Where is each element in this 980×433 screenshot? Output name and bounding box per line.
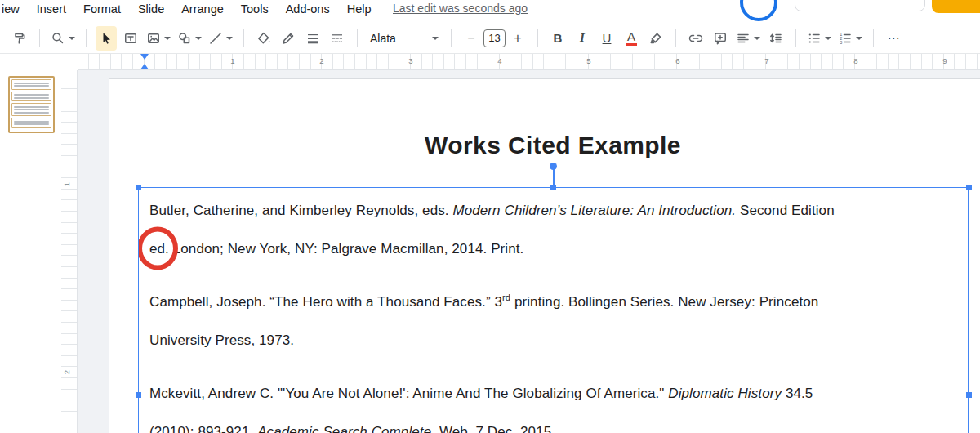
citation-segment: . Web. 7 Dec. 2015. <box>431 424 555 433</box>
font-family-select[interactable]: Alata <box>367 26 442 51</box>
add-comment-button[interactable] <box>710 26 731 51</box>
add-comment-icon <box>713 31 728 46</box>
border-color-icon <box>281 31 296 46</box>
toolbar-separator <box>451 29 452 47</box>
bulleted-list-button[interactable] <box>805 26 833 51</box>
menu-item-arrange[interactable]: Arrange <box>181 2 224 16</box>
image-icon <box>146 31 161 46</box>
citation-entry[interactable]: Butler, Catherine, and Kimberley Reynold… <box>149 191 957 268</box>
highlight-color-button[interactable] <box>645 26 666 51</box>
decrease-font-size-button[interactable]: − <box>461 26 482 51</box>
underline-button[interactable]: U <box>596 26 617 51</box>
ruler-number: 7 <box>764 56 768 65</box>
vertical-ruler[interactable]: 12 <box>61 70 78 433</box>
menu-item-insert[interactable]: Insert <box>37 2 66 16</box>
citation-segment: Modern Children’s Literature: An Introdu… <box>452 203 736 218</box>
citation-segment: Second Edition <box>736 203 835 218</box>
ruler-number: 5 <box>586 56 590 65</box>
zoom-button[interactable] <box>49 26 77 51</box>
insert-line-button[interactable] <box>207 26 234 51</box>
thumbnail-text-box <box>11 79 51 90</box>
citation-segment: London; New York, NY: Palgrave Macmillan… <box>169 241 524 257</box>
chevron-down-icon <box>195 37 202 40</box>
citation-segment: (2010): 893-921. <box>149 424 257 433</box>
chevron-down-icon <box>856 37 862 40</box>
top-right-button[interactable] <box>795 0 925 11</box>
select-tool-button[interactable] <box>96 26 117 51</box>
align-button[interactable] <box>734 26 762 51</box>
toolbar-separator <box>39 29 40 47</box>
ruler-number: 2 <box>62 370 71 374</box>
present-button[interactable] <box>932 0 980 13</box>
citation-entry[interactable]: Mckevitt, Andrew C. "'You Are Not Alone!… <box>149 374 957 433</box>
italic-button[interactable]: I <box>572 26 593 51</box>
border-weight-icon <box>305 31 320 46</box>
menu-item-slide[interactable]: Slide <box>138 2 164 16</box>
border-color-button[interactable] <box>278 26 299 51</box>
last-edit-status[interactable]: Last edit was seconds ago <box>393 2 528 15</box>
menu-items: iewInsertFormatSlideArrangeToolsAdd-onsH… <box>2 0 372 18</box>
citation-entry[interactable]: Campbell, Joseph. “The Hero with a Thous… <box>149 283 957 359</box>
font-size-input[interactable]: 13 <box>483 29 506 47</box>
paint-format-button[interactable] <box>9 26 30 51</box>
menu-item-format[interactable]: Format <box>83 2 121 16</box>
text-box-button[interactable] <box>120 26 141 51</box>
more-options-button[interactable]: ⋯ <box>883 26 904 51</box>
insert-link-button[interactable] <box>685 26 706 51</box>
thumbnail-text-box <box>11 92 51 102</box>
ruler-number: 4 <box>497 56 501 65</box>
thumbnail-text-box <box>11 118 51 128</box>
menu-item-tools[interactable]: Tools <box>241 2 269 16</box>
chevron-down-icon <box>432 37 439 40</box>
menu-item-help[interactable]: Help <box>347 2 372 16</box>
ruler-number: 9 <box>942 56 947 65</box>
line-spacing-button[interactable] <box>765 26 786 51</box>
menu-bar: iewInsertFormatSlideArrangeToolsAdd-onsH… <box>0 0 980 21</box>
ruler-number: 6 <box>675 56 679 65</box>
citation-segment: Academic Search Complete <box>257 424 431 433</box>
presence-avatar[interactable] <box>740 0 777 21</box>
first-line-indent-marker[interactable] <box>140 54 149 60</box>
horizontal-ruler[interactable]: 123456789 <box>78 54 980 70</box>
bold-button[interactable]: B <box>547 26 568 51</box>
ruler-number: 8 <box>853 56 858 65</box>
slide-title[interactable]: Works Cited Example <box>109 132 980 159</box>
ruler-number: 1 <box>62 182 71 186</box>
border-weight-button[interactable] <box>302 26 323 51</box>
numbered-list-icon: 123 <box>838 31 853 46</box>
rotation-handle[interactable] <box>550 163 557 170</box>
slide-canvas[interactable]: Works Cited Example Butler, Catherine, a… <box>109 78 980 433</box>
chevron-down-icon <box>69 37 75 40</box>
menu-item-iew[interactable]: iew <box>2 2 20 16</box>
toolbar-separator <box>357 29 358 47</box>
left-indent-marker[interactable] <box>140 64 149 69</box>
ruler-number: 3 <box>408 56 412 65</box>
insert-image-button[interactable] <box>145 26 172 51</box>
citation-segment: 34.5 <box>782 386 813 401</box>
paint-format-icon <box>12 31 27 46</box>
canvas: Works Cited Example Butler, Catherine, a… <box>78 70 980 433</box>
fill-color-button[interactable] <box>253 26 274 51</box>
text-color-indicator <box>626 43 637 46</box>
google-slides-window: iewInsertFormatSlideArrangeToolsAdd-onsH… <box>0 0 980 433</box>
insert-shape-button[interactable] <box>176 26 203 51</box>
citations-text: Butler, Catherine, and Kimberley Reynold… <box>139 188 968 433</box>
menu-item-add-ons[interactable]: Add-ons <box>286 2 330 16</box>
chevron-down-icon <box>825 37 831 40</box>
slide-thumbnail[interactable] <box>8 76 55 133</box>
toolbar-separator <box>675 29 676 47</box>
ruler-number: 1 <box>230 56 234 65</box>
line-spacing-icon <box>768 31 783 46</box>
toolbar-separator <box>243 29 244 47</box>
toolbar-separator <box>537 29 538 47</box>
increase-font-size-button[interactable]: + <box>507 26 528 51</box>
border-dash-button[interactable] <box>327 26 348 51</box>
numbered-list-button[interactable]: 123 <box>836 26 864 51</box>
circled-text: ed. <box>149 241 169 257</box>
cursor-icon <box>99 31 114 46</box>
text-color-button[interactable]: A <box>621 26 642 51</box>
selected-text-box[interactable]: Butler, Catherine, and Kimberley Reynold… <box>138 187 969 433</box>
citation-segment: Campbell, Joseph. “The Hero with a Thous… <box>149 294 502 310</box>
slide-filmstrip <box>0 54 61 433</box>
bulleted-list-icon <box>807 31 822 46</box>
